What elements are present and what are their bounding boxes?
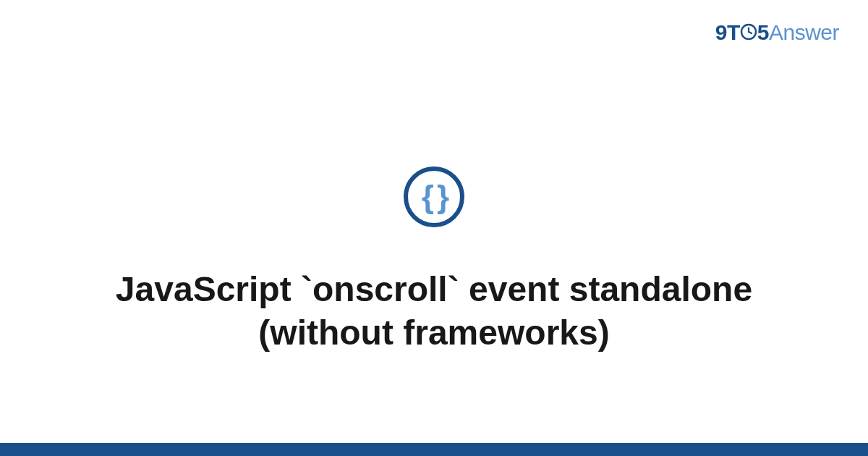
site-logo: 9T5Answer bbox=[715, 20, 839, 45]
logo-middle: 5 bbox=[757, 20, 769, 44]
category-icon-circle: { } bbox=[404, 166, 464, 227]
svg-line-2 bbox=[749, 32, 752, 33]
code-braces-icon: { } bbox=[422, 181, 446, 213]
logo-prefix: 9T bbox=[715, 20, 740, 44]
main-content: { } JavaScript `onscroll` event standalo… bbox=[0, 87, 868, 434]
page-title: JavaScript `onscroll` event standalone (… bbox=[72, 268, 796, 355]
logo-suffix: Answer bbox=[769, 20, 839, 44]
clock-icon bbox=[740, 21, 757, 46]
footer-accent-bar bbox=[0, 443, 868, 456]
